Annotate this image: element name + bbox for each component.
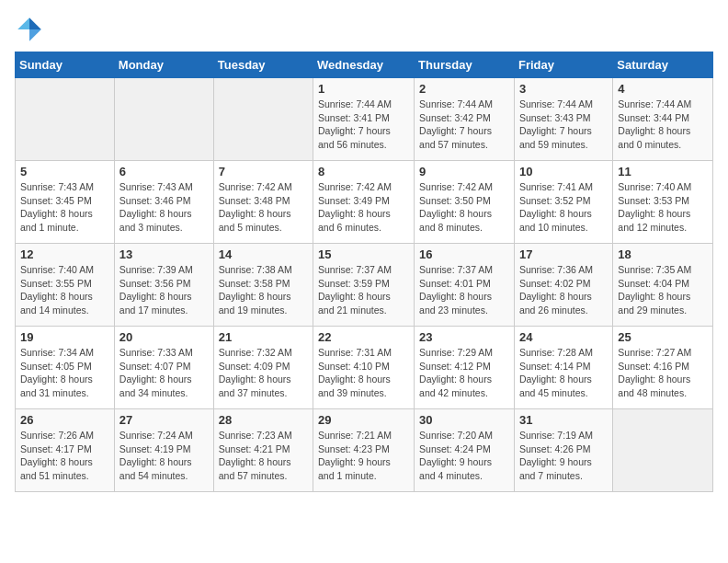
weekday-header: Tuesday bbox=[213, 52, 313, 78]
day-number: 9 bbox=[419, 165, 509, 178]
calendar-cell: 10Sunrise: 7:41 AM Sunset: 3:52 PM Dayli… bbox=[514, 161, 612, 244]
day-info: Sunrise: 7:31 AM Sunset: 4:10 PM Dayligh… bbox=[318, 346, 409, 400]
day-number: 5 bbox=[20, 165, 109, 178]
calendar-cell: 16Sunrise: 7:37 AM Sunset: 4:01 PM Dayli… bbox=[415, 244, 515, 327]
day-number: 31 bbox=[519, 413, 608, 427]
calendar-cell: 9Sunrise: 7:42 AM Sunset: 3:50 PM Daylig… bbox=[415, 161, 515, 244]
day-info: Sunrise: 7:35 AM Sunset: 4:04 PM Dayligh… bbox=[618, 263, 708, 317]
calendar-cell: 12Sunrise: 7:40 AM Sunset: 3:55 PM Dayli… bbox=[16, 244, 115, 327]
calendar-cell: 31Sunrise: 7:19 AM Sunset: 4:26 PM Dayli… bbox=[514, 409, 612, 492]
calendar-cell: 11Sunrise: 7:40 AM Sunset: 3:53 PM Dayli… bbox=[613, 161, 713, 244]
calendar-cell: 28Sunrise: 7:23 AM Sunset: 4:21 PM Dayli… bbox=[213, 409, 313, 492]
day-number: 1 bbox=[318, 82, 409, 96]
calendar-body: 1Sunrise: 7:44 AM Sunset: 3:41 PM Daylig… bbox=[16, 78, 713, 492]
day-number: 20 bbox=[119, 330, 209, 344]
day-number: 11 bbox=[618, 165, 708, 178]
day-info: Sunrise: 7:42 AM Sunset: 3:48 PM Dayligh… bbox=[219, 180, 308, 235]
calendar-cell: 17Sunrise: 7:36 AM Sunset: 4:02 PM Dayli… bbox=[514, 244, 612, 327]
day-number: 25 bbox=[618, 330, 708, 344]
day-number: 7 bbox=[219, 165, 308, 178]
day-info: Sunrise: 7:38 AM Sunset: 3:58 PM Dayligh… bbox=[219, 263, 308, 317]
calendar-cell bbox=[213, 78, 313, 161]
day-info: Sunrise: 7:32 AM Sunset: 4:09 PM Dayligh… bbox=[219, 346, 308, 400]
day-info: Sunrise: 7:44 AM Sunset: 3:41 PM Dayligh… bbox=[318, 98, 409, 152]
calendar-cell: 7Sunrise: 7:42 AM Sunset: 3:48 PM Daylig… bbox=[213, 161, 313, 244]
day-info: Sunrise: 7:40 AM Sunset: 3:53 PM Dayligh… bbox=[618, 180, 708, 235]
day-number: 26 bbox=[20, 413, 109, 427]
day-info: Sunrise: 7:33 AM Sunset: 4:07 PM Dayligh… bbox=[119, 346, 209, 400]
day-info: Sunrise: 7:27 AM Sunset: 4:16 PM Dayligh… bbox=[618, 346, 708, 400]
svg-marker-0 bbox=[29, 17, 41, 29]
day-info: Sunrise: 7:36 AM Sunset: 4:02 PM Dayligh… bbox=[519, 263, 608, 317]
calendar-week-row: 5Sunrise: 7:43 AM Sunset: 3:45 PM Daylig… bbox=[16, 161, 713, 244]
day-info: Sunrise: 7:43 AM Sunset: 3:46 PM Dayligh… bbox=[119, 180, 209, 235]
calendar-cell: 21Sunrise: 7:32 AM Sunset: 4:09 PM Dayli… bbox=[213, 327, 313, 409]
calendar-cell: 15Sunrise: 7:37 AM Sunset: 3:59 PM Dayli… bbox=[313, 244, 415, 327]
calendar-cell: 14Sunrise: 7:38 AM Sunset: 3:58 PM Dayli… bbox=[213, 244, 313, 327]
calendar-cell: 30Sunrise: 7:20 AM Sunset: 4:24 PM Dayli… bbox=[415, 409, 515, 492]
day-info: Sunrise: 7:21 AM Sunset: 4:23 PM Dayligh… bbox=[318, 429, 409, 483]
day-number: 29 bbox=[318, 413, 409, 427]
day-number: 23 bbox=[419, 330, 509, 344]
calendar-week-row: 26Sunrise: 7:26 AM Sunset: 4:17 PM Dayli… bbox=[16, 409, 713, 492]
calendar-cell: 26Sunrise: 7:26 AM Sunset: 4:17 PM Dayli… bbox=[16, 409, 115, 492]
day-info: Sunrise: 7:39 AM Sunset: 3:56 PM Dayligh… bbox=[119, 263, 209, 317]
day-number: 10 bbox=[519, 165, 608, 178]
calendar-cell: 8Sunrise: 7:42 AM Sunset: 3:49 PM Daylig… bbox=[313, 161, 415, 244]
day-number: 19 bbox=[20, 330, 109, 344]
day-info: Sunrise: 7:20 AM Sunset: 4:24 PM Dayligh… bbox=[419, 429, 509, 483]
day-info: Sunrise: 7:34 AM Sunset: 4:05 PM Dayligh… bbox=[20, 346, 109, 400]
day-number: 16 bbox=[419, 247, 509, 261]
day-info: Sunrise: 7:24 AM Sunset: 4:19 PM Dayligh… bbox=[119, 429, 209, 483]
day-number: 12 bbox=[20, 247, 109, 261]
calendar-cell: 6Sunrise: 7:43 AM Sunset: 3:46 PM Daylig… bbox=[114, 161, 213, 244]
calendar-table: SundayMondayTuesdayWednesdayThursdayFrid… bbox=[15, 52, 713, 492]
day-info: Sunrise: 7:42 AM Sunset: 3:49 PM Dayligh… bbox=[318, 180, 409, 235]
calendar-cell: 24Sunrise: 7:28 AM Sunset: 4:14 PM Dayli… bbox=[514, 327, 612, 409]
day-number: 13 bbox=[119, 247, 209, 261]
day-info: Sunrise: 7:44 AM Sunset: 3:43 PM Dayligh… bbox=[519, 98, 608, 152]
day-info: Sunrise: 7:44 AM Sunset: 3:42 PM Dayligh… bbox=[419, 98, 509, 152]
day-info: Sunrise: 7:19 AM Sunset: 4:26 PM Dayligh… bbox=[519, 429, 608, 483]
logo-icon bbox=[15, 15, 44, 44]
day-number: 21 bbox=[219, 330, 308, 344]
day-number: 8 bbox=[318, 165, 409, 178]
calendar-cell: 13Sunrise: 7:39 AM Sunset: 3:56 PM Dayli… bbox=[114, 244, 213, 327]
calendar-cell: 29Sunrise: 7:21 AM Sunset: 4:23 PM Dayli… bbox=[313, 409, 415, 492]
svg-marker-2 bbox=[17, 17, 29, 29]
calendar-header: SundayMondayTuesdayWednesdayThursdayFrid… bbox=[16, 52, 713, 78]
day-number: 4 bbox=[618, 82, 708, 96]
logo bbox=[15, 15, 48, 44]
weekday-header: Saturday bbox=[613, 52, 713, 78]
calendar-cell: 27Sunrise: 7:24 AM Sunset: 4:19 PM Dayli… bbox=[114, 409, 213, 492]
day-info: Sunrise: 7:29 AM Sunset: 4:12 PM Dayligh… bbox=[419, 346, 509, 400]
calendar-week-row: 19Sunrise: 7:34 AM Sunset: 4:05 PM Dayli… bbox=[16, 327, 713, 409]
calendar-cell: 3Sunrise: 7:44 AM Sunset: 3:43 PM Daylig… bbox=[514, 78, 612, 161]
day-number: 15 bbox=[318, 247, 409, 261]
day-info: Sunrise: 7:44 AM Sunset: 3:44 PM Dayligh… bbox=[618, 98, 708, 152]
day-info: Sunrise: 7:41 AM Sunset: 3:52 PM Dayligh… bbox=[519, 180, 608, 235]
calendar-week-row: 12Sunrise: 7:40 AM Sunset: 3:55 PM Dayli… bbox=[16, 244, 713, 327]
svg-marker-1 bbox=[29, 29, 41, 41]
calendar-cell: 5Sunrise: 7:43 AM Sunset: 3:45 PM Daylig… bbox=[16, 161, 115, 244]
weekday-header: Sunday bbox=[16, 52, 115, 78]
day-info: Sunrise: 7:43 AM Sunset: 3:45 PM Dayligh… bbox=[20, 180, 109, 235]
day-number: 18 bbox=[618, 247, 708, 261]
calendar-cell: 22Sunrise: 7:31 AM Sunset: 4:10 PM Dayli… bbox=[313, 327, 415, 409]
day-number: 6 bbox=[119, 165, 209, 178]
calendar-cell: 23Sunrise: 7:29 AM Sunset: 4:12 PM Dayli… bbox=[415, 327, 515, 409]
day-info: Sunrise: 7:37 AM Sunset: 3:59 PM Dayligh… bbox=[318, 263, 409, 317]
day-number: 22 bbox=[318, 330, 409, 344]
calendar-cell: 20Sunrise: 7:33 AM Sunset: 4:07 PM Dayli… bbox=[114, 327, 213, 409]
day-number: 14 bbox=[219, 247, 308, 261]
header-row: SundayMondayTuesdayWednesdayThursdayFrid… bbox=[16, 52, 713, 78]
day-info: Sunrise: 7:42 AM Sunset: 3:50 PM Dayligh… bbox=[419, 180, 509, 235]
day-number: 2 bbox=[419, 82, 509, 96]
day-number: 30 bbox=[419, 413, 509, 427]
calendar-cell bbox=[613, 409, 713, 492]
day-number: 17 bbox=[519, 247, 608, 261]
weekday-header: Monday bbox=[114, 52, 213, 78]
calendar-cell bbox=[16, 78, 115, 161]
day-number: 28 bbox=[219, 413, 308, 427]
calendar-week-row: 1Sunrise: 7:44 AM Sunset: 3:41 PM Daylig… bbox=[16, 78, 713, 161]
